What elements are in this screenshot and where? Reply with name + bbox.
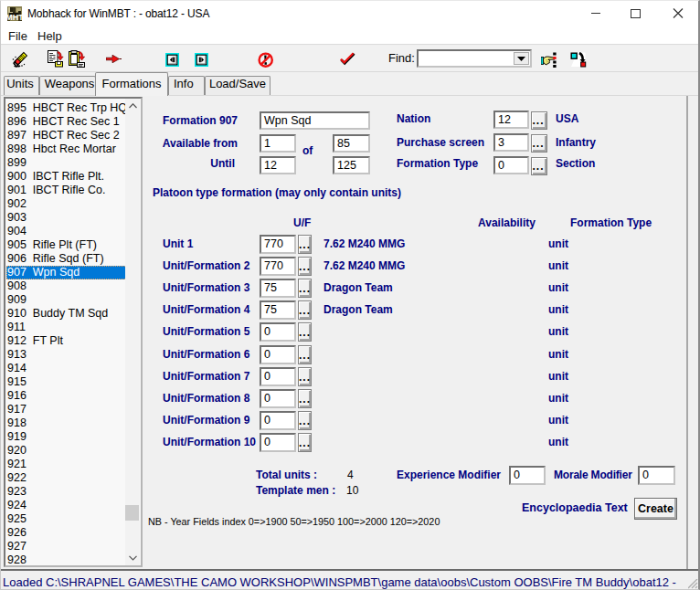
svg-text:MHT: MHT [7,13,22,21]
